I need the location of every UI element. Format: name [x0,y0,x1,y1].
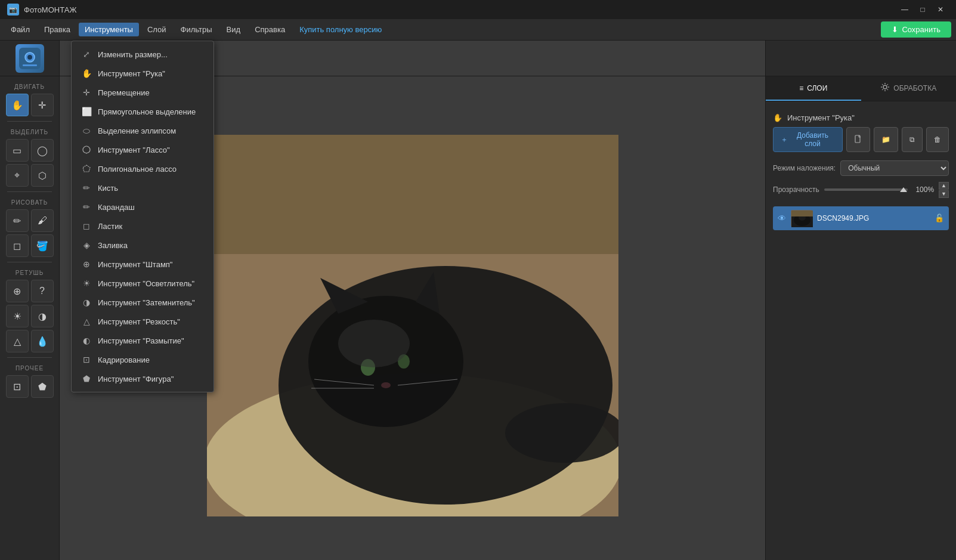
shape-tool[interactable]: ⬟ [31,375,54,398]
tab-processing[interactable]: ОБРАБОТКА [861,76,957,101]
dropdown-item-sharpen[interactable]: △ Инструмент "Резкость" [72,312,214,331]
brush-tool[interactable]: 🖌 [31,209,54,232]
dropdown-item-hand[interactable]: ✋ Инструмент "Рука" [72,64,214,83]
menu-tools[interactable]: Инструменты [79,23,139,36]
crop-tool[interactable]: ⊡ [6,375,29,398]
blend-mode-row: Режим наложения: Обычный Умножение Экран… [773,160,949,176]
blend-mode-select[interactable]: Обычный Умножение Экран Перекрытие [840,160,949,176]
dropdown-item-dodge[interactable]: ☀ Инструмент "Осветлитель" [72,274,214,293]
eraser-label: Ластик [98,222,122,231]
dropdown-item-burn[interactable]: ◑ Инструмент "Затемнитель" [72,293,214,312]
section-label-draw: РИСОВАТЬ [2,199,57,206]
retouch-row-1: ⊕ ? [2,280,57,302]
lasso-tool[interactable]: ⌖ [6,164,29,187]
dropdown-item-shape[interactable]: ⬟ Инструмент "Фигура" [72,369,214,388]
opacity-stepper: ▲ ▼ [939,182,949,198]
maximize-button[interactable]: □ [914,3,931,16]
menu-filters[interactable]: Фильтры [175,23,218,36]
ellipse-sel-icon: ⬭ [81,125,92,136]
hand-icon: ✋ [81,68,92,79]
add-layer-bar: ＋ Добавить слой 📁 ⧉ [773,127,949,152]
dropdown-item-eraser[interactable]: ◻ Ластик [72,216,214,236]
new-file-icon [854,135,862,145]
layer-visibility-icon[interactable]: 👁 [778,214,786,223]
heal-tool[interactable]: ? [31,280,54,302]
retouch-row-3: △ 💧 [2,330,57,352]
move-tool[interactable]: ✛ [31,94,54,116]
dropdown-item-crop[interactable]: ⊡ Кадрирование [72,350,214,369]
layer-item[interactable]: 👁 DSCN2949.JPG 🔓 [773,206,949,230]
move-label: Перемещение [98,88,150,97]
tab-layers[interactable]: ≡ СЛОИ [766,76,861,101]
dropdown-item-blur[interactable]: ◐ Инструмент "Размытие" [72,331,214,350]
close-button[interactable]: ✕ [932,3,949,16]
section-label-move: ДВИГАТЬ [2,83,57,90]
hand-label: Инструмент "Рука" [98,69,165,78]
menu-help[interactable]: Справка [249,23,291,36]
opacity-down[interactable]: ▼ [939,190,949,198]
menu-bar: Файл Правка Инструменты Слой Фильтры Вид… [0,19,956,41]
right-panel: ≡ СЛОИ ОБРАБОТКА ✋ Инструмент "Рука" [765,76,956,560]
hand-icon-panel: ✋ [773,113,782,122]
opacity-value: 100% [912,185,934,194]
svg-rect-3 [23,64,37,66]
rect-select-tool[interactable]: ▭ [6,139,29,162]
sharpen-tool[interactable]: △ [6,330,29,352]
opacity-label: Прозрачность [773,185,819,194]
stamp-icon: ⊕ [81,259,92,270]
resize-label: Изменить размер... [98,50,168,59]
canvas-image [207,135,618,516]
opacity-up[interactable]: ▲ [939,182,949,190]
poly-lasso-icon [81,163,92,174]
layer-lock-icon[interactable]: 🔓 [935,214,944,222]
add-layer-button[interactable]: ＋ Добавить слой [773,127,843,152]
duplicate-button[interactable]: ⧉ [902,127,923,152]
lasso-label: Инструмент "Лассо" [98,146,170,154]
section-label-select: ВЫДЕЛИТЬ [2,129,57,135]
burn-tool[interactable]: ◑ [31,305,54,327]
stamp-label: Инструмент "Штамп" [98,260,173,269]
hand-tool[interactable]: ✋ [6,94,29,116]
eraser-tool[interactable]: ◻ [6,234,29,257]
burn-icon: ◑ [81,297,92,308]
save-button[interactable]: ⬇ Сохранить [881,21,951,38]
menu-file[interactable]: Файл [5,23,36,36]
dropdown-item-stamp[interactable]: ⊕ Инструмент "Штамп" [72,255,214,274]
opacity-slider[interactable] [824,188,908,191]
dropdown-item-ellipse-sel[interactable]: ⬭ Выделение эллипсом [72,121,214,140]
menu-edit[interactable]: Правка [38,23,76,36]
dropdown-item-lasso[interactable]: Инструмент "Лассо" [72,140,214,159]
dropdown-item-poly-lasso[interactable]: Полигональное лассо [72,159,214,178]
retouch-row-2: ☀ ◑ [2,305,57,327]
drop-tool[interactable]: 💧 [31,330,54,352]
dropdown-item-fill[interactable]: ◈ Заливка [72,236,214,255]
dropdown-item-resize[interactable]: ⤢ Изменить размер... [72,45,214,64]
dropdown-item-pencil[interactable]: ✏ Карандаш [72,197,214,216]
dropdown-item-brush[interactable]: ✏ Кисть [72,178,214,197]
pencil-tool[interactable]: ✏ [6,209,29,232]
processing-icon [880,82,890,94]
menu-layer[interactable]: Слой [141,23,172,36]
divider-1 [7,121,52,122]
app-title: ФотоМОНТАЖ [24,5,76,14]
crop-icon: ⊡ [81,354,92,365]
stamp-tool[interactable]: ⊕ [6,280,29,302]
menu-view[interactable]: Вид [221,23,247,36]
divider-2 [7,191,52,192]
eraser-icon: ◻ [81,221,92,231]
open-file-button[interactable]: 📁 [874,127,898,152]
dropdown-item-rect-sel[interactable]: ⬜ Прямоугольное выделение [72,102,214,121]
fill-tool[interactable]: 🪣 [31,234,54,257]
dropdown-item-move[interactable]: ✛ Перемещение [72,83,214,102]
minimize-button[interactable]: — [896,3,913,16]
duplicate-icon: ⧉ [909,135,915,144]
new-file-button[interactable] [846,127,870,152]
dodge-tool[interactable]: ☀ [6,305,29,327]
save-icon: ⬇ [892,25,898,34]
panel-header [765,41,956,76]
svg-point-19 [883,85,887,89]
poly-lasso-tool[interactable]: ⬡ [31,164,54,187]
ellipse-select-tool[interactable]: ◯ [31,139,54,162]
menu-buy[interactable]: Купить полную версию [293,23,388,36]
delete-layer-button[interactable]: 🗑 [926,127,949,152]
